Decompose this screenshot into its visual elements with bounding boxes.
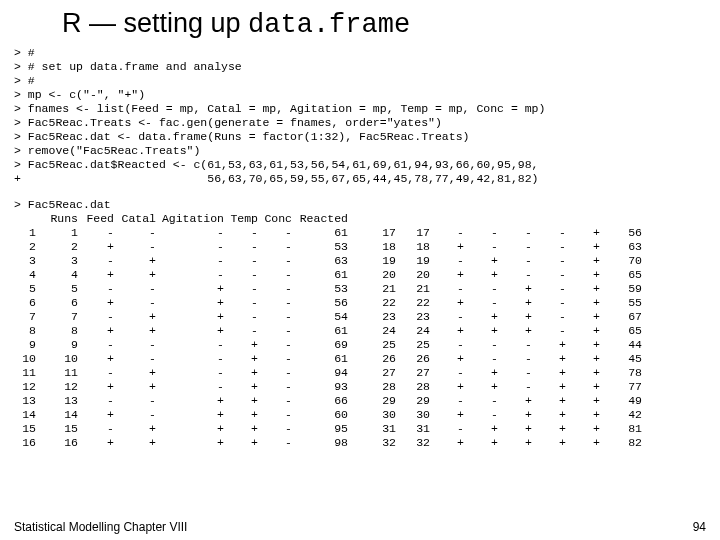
title-prefix: R — setting up: [62, 8, 248, 38]
col-conc: Conc: [258, 212, 292, 226]
table-row: 44++---612020++--+65: [14, 268, 706, 282]
table-row: 1212++-+-932828++-++77: [14, 380, 706, 394]
table-row: 66+-+--562222+-+-+55: [14, 296, 706, 310]
table-row: 1414+-++-603030+-+++42: [14, 408, 706, 422]
code-line: > Fac5Reac.Treats <- fac.gen(generate = …: [14, 116, 706, 130]
code-line: > remove("Fac5Reac.Treats"): [14, 144, 706, 158]
table-row: 1111-+-+-942727-+-++78: [14, 366, 706, 380]
footer-text: Statistical Modelling Chapter VIII: [14, 520, 187, 534]
table-row: 99---+-692525---++44: [14, 338, 706, 352]
output-table: > Fac5Reac.dat Runs Feed Catal Agitation…: [14, 198, 706, 450]
table-row: 88+++--612424+++-+65: [14, 324, 706, 338]
table-row: 11-----611717----+56: [14, 226, 706, 240]
code-line: > fnames <- list(Feed = mp, Catal = mp, …: [14, 102, 706, 116]
table-row: 1515-+++-953131-++++81: [14, 422, 706, 436]
table-row: 55--+--532121--+-+59: [14, 282, 706, 296]
table-row: 1616++++-983232+++++82: [14, 436, 706, 450]
title-code: data.frame: [248, 10, 410, 40]
page-title: R — setting up data.frame: [62, 8, 706, 40]
table-row: 1010+--+-612626+--++45: [14, 352, 706, 366]
code-line: + 56,63,70,65,59,55,67,65,44,45,78,77,49…: [14, 172, 706, 186]
table-row: 1313--++-662929--+++49: [14, 394, 706, 408]
code-line: > # set up data.frame and analyse: [14, 60, 706, 74]
code-block: > #> # set up data.frame and analyse> #>…: [14, 46, 706, 186]
col-catal: Catal: [114, 212, 156, 226]
col-feed: Feed: [78, 212, 114, 226]
col-temp: Temp: [224, 212, 258, 226]
col-index: [14, 212, 36, 226]
code-line: > #: [14, 46, 706, 60]
code-line: > Fac5Reac.dat <- data.frame(Runs = fact…: [14, 130, 706, 144]
table-row: 22+----531818+---+63: [14, 240, 706, 254]
code-line: > Fac5Reac.dat$Reacted <- c(61,53,63,61,…: [14, 158, 706, 172]
code-line: > mp <- c("-", "+"): [14, 88, 706, 102]
table-row: 77-++--542323-++-+67: [14, 310, 706, 324]
col-agitation: Agitation: [156, 212, 224, 226]
table-header: Runs Feed Catal Agitation Temp Conc Reac…: [14, 212, 706, 226]
col-reacted: Reacted: [292, 212, 348, 226]
col-runs: Runs: [36, 212, 78, 226]
table-command: > Fac5Reac.dat: [14, 198, 706, 212]
table-row: 33-+---631919-+--+70: [14, 254, 706, 268]
page-number: 94: [693, 520, 706, 534]
code-line: > #: [14, 74, 706, 88]
